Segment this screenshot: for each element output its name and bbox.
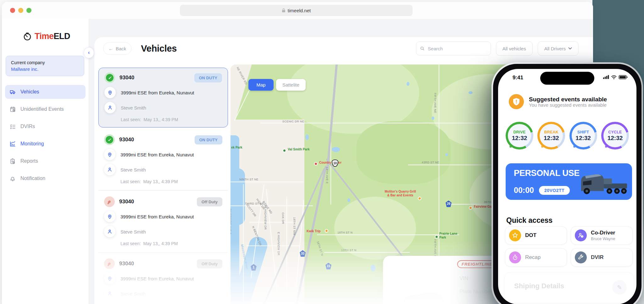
poi-label[interactable]: Prairie Lane Park — [439, 232, 459, 239]
sidebar-item-monitoring[interactable]: Monitoring — [5, 137, 86, 151]
url-text: timeeld.net — [288, 8, 311, 13]
co-driver-icon — [575, 229, 587, 241]
shipping-details-title: Shiping Details — [514, 282, 564, 290]
status-badge: Off Duty — [197, 197, 222, 206]
park-poi-icon[interactable] — [283, 149, 286, 152]
vehicle-driver: Steve Smith — [120, 291, 146, 296]
sidebar-item-reports[interactable]: Reports — [5, 154, 86, 168]
poi-label[interactable]: Val Smith Park — [288, 148, 309, 151]
driver-icon — [104, 102, 116, 113]
vehicle-card[interactable]: ✓ 93040 ON DUTY 3999mi ESE from Eureka, … — [98, 68, 228, 127]
park-poi-icon[interactable] — [435, 235, 438, 239]
notification-title: Suggested events available — [529, 96, 607, 103]
sidebar-item-label: DVIRs — [20, 124, 35, 129]
status-icons — [603, 75, 628, 79]
personal-use-card[interactable]: PERSONAL USE 00:00 20VO2TT — [506, 163, 632, 200]
sidebar-item-label: Reports — [20, 158, 38, 164]
place-poi-icon[interactable] — [469, 206, 472, 210]
personal-use-title: PERSONAL USE — [514, 168, 580, 178]
sidebar-item-label: Monitoring — [20, 141, 44, 147]
location-pin-icon — [104, 211, 115, 222]
street-label: 13TH ST N — [341, 249, 356, 252]
status-ok-icon: ✓ — [104, 72, 115, 83]
search-box[interactable] — [416, 42, 491, 55]
satellite-view-button[interactable]: Sattelite — [276, 79, 306, 91]
chevron-down-icon — [568, 47, 572, 50]
status-badge: ON DUTY — [194, 73, 222, 82]
vehicle-driver: Steve Smith — [120, 167, 146, 172]
window-controls[interactable] — [10, 8, 31, 13]
edit-pencil-icon[interactable]: ✎ — [612, 280, 627, 295]
cycle-ring[interactable]: CYCLE12:32 — [601, 122, 629, 149]
vehicle-location: 3999mi ESE from Eureka, Nunavut — [120, 214, 194, 219]
poi-label[interactable]: Kwik Trip — [307, 229, 320, 233]
vehicle-id: 93040 — [119, 261, 192, 267]
street-label: 18TH ST NW — [293, 217, 296, 235]
sidebar-item-dvirs[interactable]: DVIRs — [5, 120, 86, 133]
vehicle-card[interactable]: ✓ 93040 ON DUTY 3999mi ESE from Eureka, … — [98, 130, 228, 189]
hos-rings: DRIVE12:32 BREAK12:32 SHIFT12:32 CYCLE12… — [498, 122, 636, 149]
current-company-card[interactable]: Current company Mallware inc. — [6, 56, 84, 76]
minimize-window-button[interactable] — [18, 8, 23, 13]
poi-label[interactable]: Molitor's Quarry Grill & Bar and Events — [384, 190, 417, 197]
all-vehicles-filter[interactable]: All vehicles — [496, 41, 533, 56]
driver-icon — [104, 226, 115, 237]
shipping-details-card[interactable]: Shiping Details ✎ — [504, 272, 634, 303]
zoom-window-button[interactable] — [26, 8, 31, 13]
quick-access-dot[interactable]: DOT — [505, 226, 567, 245]
route-shield: 15 — [325, 263, 331, 269]
suggested-events-notification[interactable]: Suggested events available You have sugg… — [509, 94, 607, 109]
page-title: Vehicles — [141, 43, 177, 54]
location-pin-icon — [104, 149, 115, 160]
model-make-field-label: Model/Make — [459, 302, 489, 304]
back-arrow-icon: ← — [108, 46, 113, 51]
plate-badge: 20VO2TT — [539, 186, 570, 195]
quick-access-co-driver[interactable]: Co-Driver Bruce Wayne — [571, 226, 633, 245]
sidebar-nav: Vehicles Unidentified Events DVIRs Monit… — [2, 85, 89, 185]
search-input[interactable] — [427, 46, 487, 52]
location-pin-icon — [104, 87, 116, 98]
location-pin-icon — [104, 273, 115, 284]
all-drivers-filter[interactable]: All Drivers — [538, 41, 579, 56]
star-icon — [509, 229, 521, 241]
sidebar-item-label: Unidentified Events — [20, 106, 64, 112]
highway-shield-us10: 10 — [332, 160, 338, 167]
stopwatch-icon — [509, 251, 521, 263]
street-label: NINTH ST NE — [239, 178, 258, 181]
drive-ring[interactable]: DRIVE12:32 — [506, 122, 533, 149]
vehicle-card[interactable]: 93040 Off Duty 3999mi ESE from Eureka, N… — [98, 190, 228, 251]
calendar-clock-icon — [9, 106, 16, 113]
sidebar-collapse-button[interactable]: ‹ — [84, 47, 94, 58]
map-view-button[interactable]: Map — [248, 79, 274, 91]
place-poi-icon[interactable] — [325, 229, 328, 233]
sidebar-item-notification[interactable]: Notification — [5, 172, 86, 185]
vehicle-card[interactable]: 93040 Off Duty 3999mi ESE from Eureka, N… — [98, 252, 228, 304]
brand-name: TimeELD — [35, 31, 70, 41]
street-label: 43RD ST NE — [422, 161, 439, 164]
driver-icon — [104, 288, 115, 299]
close-window-button[interactable] — [10, 8, 15, 13]
sidebar-item-label: Vehicles — [20, 89, 39, 95]
place-poi-icon[interactable] — [418, 197, 421, 200]
quick-access-recap[interactable]: Recap — [505, 248, 567, 267]
shift-ring[interactable]: SHIFT12:32 — [569, 122, 597, 149]
poi-label[interactable]: ek Park — [231, 146, 242, 149]
status-disconnected-icon — [104, 196, 115, 207]
clock-logo-icon — [23, 32, 32, 41]
browser-chrome: timeeld.net — [2, 2, 593, 19]
vehicle-location: 3999mi ESE from Eureka, Nunavut — [120, 152, 194, 157]
checklist-icon — [9, 123, 16, 130]
address-bar[interactable]: timeeld.net — [180, 5, 413, 16]
vehicle-driver: Steve Smith — [120, 229, 146, 234]
place-poi-icon[interactable] — [314, 162, 318, 166]
screenshot-stage: timeeld.net TimeELD Current company Mall… — [0, 0, 644, 304]
map-urban-area — [230, 65, 271, 120]
sidebar-item-unidentified-events[interactable]: Unidentified Events — [5, 102, 86, 116]
quick-access-dvir[interactable]: DVIR — [571, 248, 633, 267]
last-seen: Last seen:May 13,, 4:39 PM — [120, 179, 222, 184]
sidebar-item-vehicles[interactable]: Vehicles — [5, 85, 86, 99]
back-button[interactable]: ← Back — [103, 42, 131, 55]
break-ring[interactable]: BREAK12:32 — [537, 122, 565, 149]
dynamic-island — [540, 72, 594, 85]
plate-number-field-label: Plate Number — [459, 289, 492, 295]
